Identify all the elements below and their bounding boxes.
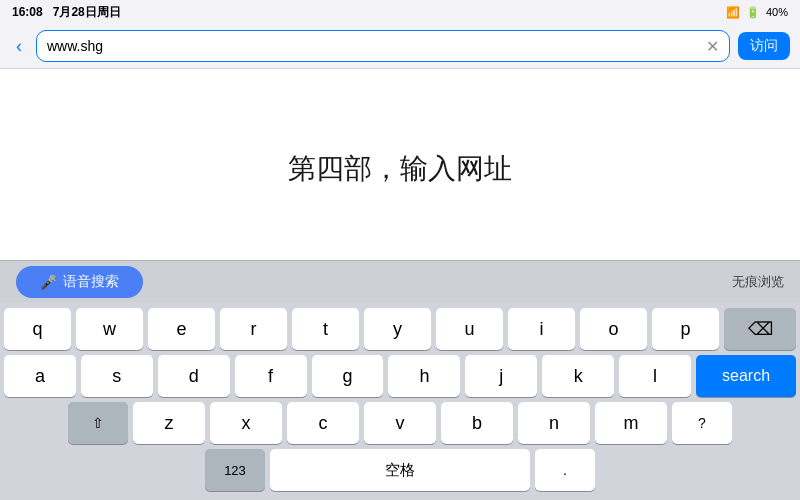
key-n[interactable]: n <box>518 402 590 444</box>
key-v[interactable]: v <box>364 402 436 444</box>
key-t[interactable]: t <box>292 308 359 350</box>
keyboard-row-1: q w e r t y u i o p ⌫ <box>4 308 796 350</box>
url-text: www.shg <box>47 38 103 54</box>
key-shift[interactable]: ⇧ <box>68 402 128 444</box>
key-h[interactable]: h <box>388 355 460 397</box>
key-p[interactable]: p <box>652 308 719 350</box>
key-q[interactable]: q <box>4 308 71 350</box>
key-period[interactable]: . <box>535 449 595 491</box>
keyboard-toolbar: 🎤 语音搜索 无痕浏览 <box>0 260 800 302</box>
key-space[interactable]: 空格 <box>270 449 530 491</box>
key-o[interactable]: o <box>580 308 647 350</box>
key-u[interactable]: u <box>436 308 503 350</box>
key-e[interactable]: e <box>148 308 215 350</box>
mic-icon: 🎤 <box>40 274 57 290</box>
key-y[interactable]: y <box>364 308 431 350</box>
incognito-label: 无痕浏览 <box>732 273 784 291</box>
status-time: 16:08 7月28日周日 <box>12 4 121 21</box>
key-x[interactable]: x <box>210 402 282 444</box>
status-bar: 16:08 7月28日周日 📶 🔋 40% <box>0 0 800 24</box>
keyboard-row-4: 123 空格 . <box>4 449 796 491</box>
voice-search-button[interactable]: 🎤 语音搜索 <box>16 266 143 298</box>
visit-button[interactable]: 访问 <box>738 32 790 60</box>
key-i[interactable]: i <box>508 308 575 350</box>
key-question[interactable]: ? <box>672 402 732 444</box>
url-clear-icon[interactable]: ✕ <box>706 37 719 56</box>
key-d[interactable]: d <box>158 355 230 397</box>
keyboard-container: 🎤 语音搜索 无痕浏览 q w e r t y u i o p ⌫ a s d … <box>0 260 800 500</box>
key-numbers[interactable]: 123 <box>205 449 265 491</box>
battery-percent: 40% <box>766 6 788 18</box>
key-s[interactable]: s <box>81 355 153 397</box>
key-g[interactable]: g <box>312 355 384 397</box>
key-delete[interactable]: ⌫ <box>724 308 796 350</box>
keyboard-row-3: ⇧ z x c v b n m ? <box>4 402 796 444</box>
browser-header: ‹ www.shg ✕ 访问 <box>0 24 800 69</box>
key-l[interactable]: l <box>619 355 691 397</box>
key-z[interactable]: z <box>133 402 205 444</box>
key-f[interactable]: f <box>235 355 307 397</box>
key-r[interactable]: r <box>220 308 287 350</box>
battery-icon: 🔋 <box>746 6 760 19</box>
voice-search-label: 语音搜索 <box>63 273 119 291</box>
status-right: 📶 🔋 40% <box>726 6 788 19</box>
main-title: 第四部，输入网址 <box>288 150 512 188</box>
back-button[interactable]: ‹ <box>10 34 28 59</box>
url-bar[interactable]: www.shg ✕ <box>36 30 730 62</box>
keyboard-row-2: a s d f g h j k l search <box>4 355 796 397</box>
key-c[interactable]: c <box>287 402 359 444</box>
key-w[interactable]: w <box>76 308 143 350</box>
signal-icon: 📶 <box>726 6 740 19</box>
search-button[interactable]: search <box>696 355 796 397</box>
key-b[interactable]: b <box>441 402 513 444</box>
keyboard-rows: q w e r t y u i o p ⌫ a s d f g h j k l … <box>0 302 800 500</box>
key-k[interactable]: k <box>542 355 614 397</box>
key-m[interactable]: m <box>595 402 667 444</box>
key-j[interactable]: j <box>465 355 537 397</box>
key-a[interactable]: a <box>4 355 76 397</box>
main-content: 第四部，输入网址 <box>0 69 800 269</box>
